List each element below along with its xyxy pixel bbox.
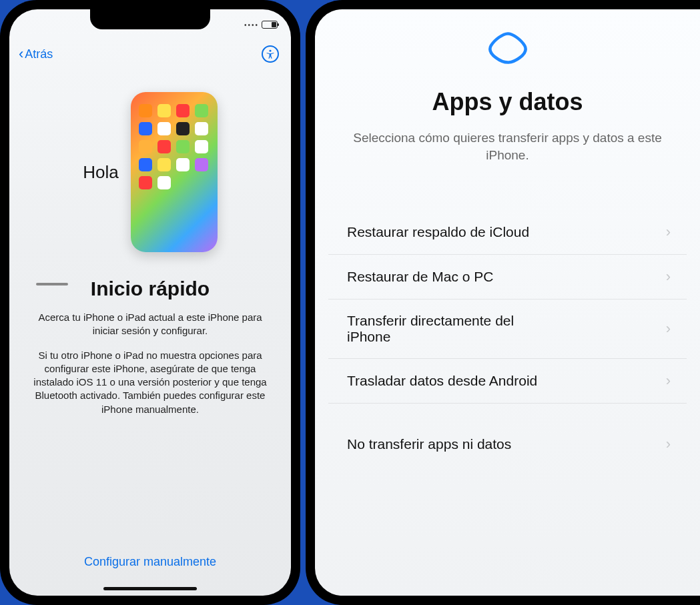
hero-app-icon [195, 122, 208, 135]
hero-app-icon [176, 104, 190, 117]
right-phone-screen: Apps y datos Selecciona cómo quieres tra… [306, 0, 700, 605]
notch [90, 9, 210, 29]
chevron-left-icon: ‹ [19, 47, 23, 61]
option-restore-icloud[interactable]: Restaurar respaldo de iCloud › [328, 210, 687, 255]
accessibility-button[interactable] [262, 45, 279, 63]
transfer-options-list: Restaurar respaldo de iCloud › Restaurar… [328, 210, 687, 466]
hero-app-icon [157, 104, 171, 117]
left-phone-screen: •••• ‹ Atrás Hola Inicio rápido [9, 9, 291, 596]
hero-app-icon [157, 158, 171, 171]
configure-manually-button[interactable]: Configurar manualmente [29, 543, 271, 589]
hero-app-icon [157, 176, 171, 189]
option-dont-transfer[interactable]: No transferir apps ni datos › [328, 422, 687, 466]
hero-app-icon [139, 122, 152, 135]
greeting-text: Hola [83, 162, 118, 183]
hero-app-icon [176, 140, 190, 153]
hero-app-icon [157, 122, 171, 135]
option-move-android[interactable]: Trasladar datos desde Android › [328, 359, 687, 404]
back-button[interactable]: ‹ Atrás [19, 47, 53, 61]
chevron-right-icon: › [666, 372, 671, 390]
chevron-right-icon: › [666, 320, 671, 338]
quick-start-paragraph-2: Si tu otro iPhone o iPad no muestra opci… [29, 349, 271, 416]
hero-app-icon [139, 158, 152, 171]
iphone-hero-graphic [131, 92, 218, 252]
hero-app-icon [139, 104, 152, 117]
option-transfer-iphone[interactable]: Transferir directamente del iPhone › [328, 299, 687, 359]
quick-start-title: Inicio rápido [29, 277, 271, 300]
nav-bar: ‹ Atrás [9, 40, 291, 65]
back-label: Atrás [25, 47, 53, 61]
battery-icon [262, 21, 278, 29]
chevron-right-icon: › [666, 268, 671, 285]
swipe-indicator [36, 283, 68, 285]
accessibility-icon [265, 49, 276, 59]
hero-app-icon [139, 140, 152, 153]
option-restore-mac-pc[interactable]: Restaurar de Mac o PC › [328, 255, 687, 299]
signal-dots: •••• [244, 21, 259, 29]
quick-start-panel: Inicio rápido Acerca tu iPhone o iPad ac… [9, 265, 291, 596]
hero-area: Hola [9, 65, 291, 265]
apps-data-title: Apps y datos [432, 88, 583, 116]
hero-app-icon [176, 122, 190, 135]
left-phone-frame: •••• ‹ Atrás Hola Inicio rápido [0, 0, 300, 605]
svg-point-0 [270, 50, 272, 52]
apps-data-hero-icon [478, 28, 538, 68]
chevron-right-icon: › [666, 223, 671, 241]
quick-start-paragraph-1: Acerca tu iPhone o iPad actual a este iP… [29, 311, 271, 338]
hero-app-icon [157, 140, 171, 153]
hero-app-icon [195, 104, 208, 117]
hero-app-icon [195, 158, 208, 171]
hero-app-grid [139, 104, 210, 189]
hero-app-icon [195, 140, 208, 153]
apps-data-screen: Apps y datos Selecciona cómo quieres tra… [315, 9, 700, 596]
option-label: Restaurar de Mac o PC [347, 269, 493, 285]
apps-data-subtitle: Selecciona cómo quieres transferir apps … [328, 129, 687, 163]
hero-app-icon [176, 158, 190, 171]
hero-app-icon [139, 176, 152, 189]
option-label: Trasladar datos desde Android [347, 373, 537, 389]
chevron-right-icon: › [666, 436, 671, 453]
home-indicator[interactable] [103, 587, 197, 590]
option-label: Transferir directamente del iPhone [347, 313, 561, 345]
option-label: Restaurar respaldo de iCloud [347, 224, 529, 240]
option-label: No transferir apps ni datos [347, 436, 511, 452]
